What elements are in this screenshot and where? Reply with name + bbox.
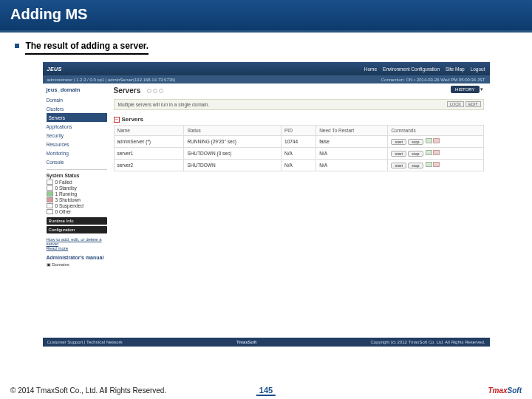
app-logo: JEUS xyxy=(47,66,62,72)
cell-name[interactable]: server2 xyxy=(114,160,184,171)
col-name: Name xyxy=(114,126,184,136)
col-status: Status xyxy=(184,126,282,136)
section-title: Servers xyxy=(122,116,143,123)
edit-button[interactable]: EDIT xyxy=(466,101,481,107)
footer-left[interactable]: Customer Support | Technical Network xyxy=(47,340,123,344)
system-status-title: System Status xyxy=(47,173,107,178)
nav-sitemap[interactable]: Site Map xyxy=(446,66,465,72)
stop-button[interactable]: stop xyxy=(408,139,423,145)
status-failed: 0 Failed xyxy=(55,180,72,185)
cell-restart: N/A xyxy=(316,148,388,160)
status-other: 0 Other xyxy=(55,209,72,214)
cell-status: RUNNING (29'20'' sec) xyxy=(184,136,282,148)
status-running: 1 Running xyxy=(55,191,78,197)
page-heading: Servers xyxy=(114,86,141,95)
domain-name: jeus_domain xyxy=(47,86,107,93)
status-suspended: 0 Suspended xyxy=(55,203,83,208)
nav-home[interactable]: Home xyxy=(364,66,377,72)
sidebar-item-servers[interactable]: Servers xyxy=(47,113,107,122)
info-notice: Multiple servers will run in a single do… xyxy=(114,99,484,110)
history-button[interactable]: HISTORY xyxy=(451,86,479,93)
table-row: adminServer (*) RUNNING (29'20'' sec) 10… xyxy=(114,136,483,148)
start-button[interactable]: start xyxy=(391,151,406,157)
cell-pid: N/A xyxy=(282,148,316,160)
connection-info: Connection: ON • 2014-03-26 Wed PM 05:00… xyxy=(381,78,485,82)
delete-icon[interactable] xyxy=(433,162,440,167)
manual-title: Administrator's manual xyxy=(47,255,107,260)
stop-button[interactable]: stop xyxy=(408,151,423,157)
col-commands: Commands xyxy=(388,126,483,136)
edit-icon[interactable] xyxy=(426,138,432,143)
cell-name[interactable]: server1 xyxy=(114,148,184,160)
sidebar-item-resources[interactable]: Resources xyxy=(47,140,107,149)
brand-logo: TmaxSoft xyxy=(488,386,522,395)
collapse-icon[interactable]: − xyxy=(114,117,120,123)
table-row: server1 SHUTDOWN (0 sec) N/A N/A startst… xyxy=(114,148,483,160)
lock-button[interactable]: LOCK xyxy=(447,101,464,107)
cell-status: SHUTDOWN xyxy=(184,160,282,171)
cell-pid: 10744 xyxy=(282,136,316,148)
sidebar: jeus_domain Domain Clusters Servers Appl… xyxy=(43,83,111,320)
edit-icon[interactable] xyxy=(426,150,432,155)
delete-icon[interactable] xyxy=(433,150,440,155)
sidebar-item-monitoring[interactable]: Monitoring xyxy=(47,149,107,157)
cell-name[interactable]: adminServer (*) xyxy=(114,136,184,148)
nav-env[interactable]: Environment Configuration xyxy=(383,66,440,72)
app-footer: Customer Support | Technical Network Tma… xyxy=(43,338,490,347)
sidebar-nav: Domain Clusters Servers Applications Sec… xyxy=(47,95,107,166)
status-standby: 0 Standby xyxy=(55,185,77,191)
table-row: server2 SHUTDOWN N/A N/A startstop xyxy=(114,160,483,171)
cell-status: SHUTDOWN (0 sec) xyxy=(184,148,282,160)
read-more-link[interactable]: Read more xyxy=(47,246,69,250)
nav-logout[interactable]: Logout xyxy=(471,66,485,72)
cell-restart: false xyxy=(316,136,388,148)
col-restart: Need To Restart xyxy=(316,126,388,136)
status-dots-icon xyxy=(146,86,164,95)
slide-title: Adding MS xyxy=(0,0,532,33)
sidebar-item-domain[interactable]: Domain xyxy=(47,95,107,104)
footer-copyright: Copyright (c) 2012 TmaxSoft Co. Ltd. All… xyxy=(371,340,485,344)
slide-copyright: © 2014 TmaxSoft Co., Ltd. All Rights Res… xyxy=(10,386,166,395)
page-number: 145 xyxy=(256,386,276,396)
runtime-info-button[interactable]: Runtime Info xyxy=(47,217,107,225)
session-info: administrator | 1.2.3 / 0.0 sp1 | adminS… xyxy=(47,78,176,82)
manual-item[interactable]: ▣ Domains xyxy=(47,262,107,267)
slide-subtitle: The result of adding a server. xyxy=(25,41,149,55)
start-button[interactable]: start xyxy=(391,163,406,168)
servers-table: Name Status PID Need To Restart Commands… xyxy=(114,125,484,171)
bullet-icon xyxy=(15,44,19,48)
app-top-nav: Home Environment Configuration Site Map … xyxy=(360,66,485,72)
sidebar-item-console[interactable]: Console xyxy=(47,157,107,166)
app-subheader: administrator | 1.2.3 / 0.0 sp1 | adminS… xyxy=(43,75,490,83)
sidebar-item-applications[interactable]: Applications xyxy=(47,122,107,131)
col-pid: PID xyxy=(282,126,316,136)
footer-brand: TmaxSoft xyxy=(236,340,256,344)
cell-pid: N/A xyxy=(282,160,316,171)
edit-icon[interactable] xyxy=(426,162,432,167)
sidebar-item-security[interactable]: Security xyxy=(47,131,107,140)
cell-restart: N/A xyxy=(316,160,388,171)
help-link[interactable]: How to add, edit, or delete a server xyxy=(47,237,102,246)
app-header: JEUS Home Environment Configuration Site… xyxy=(43,62,490,75)
configuration-button[interactable]: Configuration xyxy=(47,226,107,233)
stop-button[interactable]: stop xyxy=(408,163,423,168)
status-shutdown: 3 Shutdown xyxy=(55,197,81,202)
start-button[interactable]: start xyxy=(391,139,406,145)
slide-footer: © 2014 TmaxSoft Co., Ltd. All Rights Res… xyxy=(0,386,532,395)
sidebar-item-clusters[interactable]: Clusters xyxy=(47,104,107,113)
delete-icon[interactable] xyxy=(433,138,440,143)
main-panel: HISTORY ▾ Servers Multiple servers will … xyxy=(111,83,490,320)
app-screenshot: JEUS Home Environment Configuration Site… xyxy=(43,62,490,347)
